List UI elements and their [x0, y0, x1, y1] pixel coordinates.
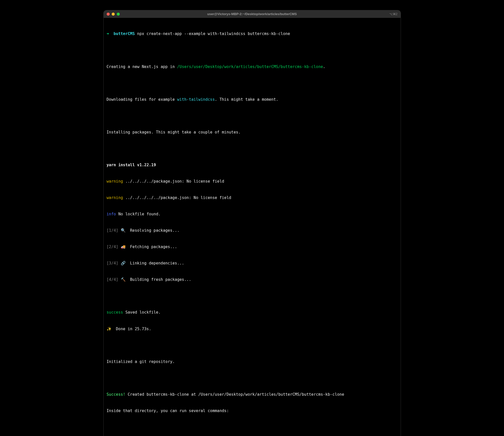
step-text: Resolving packages...	[130, 228, 180, 233]
traffic-lights	[107, 13, 120, 16]
sparkles-icon: ✨	[107, 326, 111, 332]
maximize-button[interactable]	[117, 13, 120, 16]
step-line: [3/4] 🔗 Linking dependencies...	[107, 261, 398, 266]
output-line: Installing packages. This might take a c…	[107, 130, 398, 135]
output-line: Downloading files for example with-tailw…	[107, 97, 398, 103]
window-title: user@Victorys-MBP-2:~/Desktop/work/artic…	[104, 12, 401, 16]
window-shortcut: ⌥⌘2	[389, 12, 398, 16]
titlebar[interactable]: user@Victorys-MBP-2:~/Desktop/work/artic…	[104, 10, 401, 18]
blank-line	[107, 425, 398, 430]
prompt-line: ➜ butterCMS npx create-next-app --exampl…	[107, 31, 398, 37]
step-prefix: [1/4]	[107, 228, 118, 233]
step-line: [1/4] 🔍 Resolving packages...	[107, 228, 398, 233]
info-label: info	[107, 212, 116, 216]
prompt-dir: butterCMS	[114, 31, 135, 36]
output-text: .	[323, 64, 325, 69]
done-text: Done in 25.73s.	[116, 327, 151, 331]
info-line: info No lockfile found.	[107, 212, 398, 217]
output-text: Creating a new Next.js app in	[107, 64, 177, 69]
success-label: Success!	[107, 392, 126, 397]
output-line: Initialized a git repository.	[107, 359, 398, 365]
step-text: Building fresh packages...	[130, 277, 191, 282]
blank-line	[107, 343, 398, 348]
output-example: with-tailwindcss	[177, 97, 215, 102]
warning-text: ../../../../package.json: No license fie…	[125, 179, 224, 184]
warning-line: warning ../../../../package.json: No lic…	[107, 179, 398, 184]
step-prefix: [4/4]	[107, 277, 118, 282]
output-line: Creating a new Next.js app in /Users/use…	[107, 64, 398, 70]
success-line: success Saved lockfile.	[107, 310, 398, 315]
hammer-icon: 🔨	[121, 277, 126, 283]
link-icon: 🔗	[121, 261, 126, 266]
success-text: Saved lockfile.	[125, 310, 161, 315]
prompt-arrow-icon: ➜	[107, 31, 109, 36]
output-text: . This might take a moment.	[215, 97, 278, 102]
blank-line	[107, 293, 398, 299]
output-path: /Users/user/Desktop/work/articles/butter…	[177, 64, 323, 69]
blank-line	[107, 48, 398, 53]
warning-text: ../../../../../package.json: No license …	[125, 195, 231, 200]
success-label: success	[107, 310, 123, 315]
success-line: Success! Created buttercms-kb-clone at /…	[107, 392, 398, 397]
warning-label: warning	[107, 179, 123, 184]
yarn-install-line: yarn install v1.22.19	[107, 162, 398, 168]
done-line: ✨ Done in 25.73s.	[107, 326, 398, 332]
step-prefix: [3/4]	[107, 261, 118, 265]
step-text: Fetching packages...	[130, 245, 177, 249]
magnifier-icon: 🔍	[121, 228, 126, 233]
step-line: [4/4] 🔨 Building fresh packages...	[107, 277, 398, 283]
minimize-button[interactable]	[112, 13, 115, 16]
success-text: Created buttercms-kb-clone at /Users/use…	[125, 392, 344, 397]
terminal-window: user@Victorys-MBP-2:~/Desktop/work/artic…	[103, 10, 401, 436]
truck-icon: 🚚	[121, 244, 126, 250]
warning-line: warning ../../../../../package.json: No …	[107, 195, 398, 201]
step-line: [2/4] 🚚 Fetching packages...	[107, 244, 398, 250]
warning-label: warning	[107, 195, 123, 200]
output-text: Downloading files for example	[107, 97, 177, 102]
blank-line	[107, 81, 398, 86]
command-text: npx create-next-app --example with-tailw…	[137, 31, 290, 36]
output-line: Inside that directory, you can run sever…	[107, 408, 398, 414]
step-prefix: [2/4]	[107, 245, 118, 249]
close-button[interactable]	[107, 13, 110, 16]
blank-line	[107, 113, 398, 119]
info-text: No lockfile found.	[118, 212, 161, 216]
terminal-body[interactable]: ➜ butterCMS npx create-next-app --exampl…	[104, 18, 401, 436]
step-text: Linking dependencies...	[130, 261, 184, 265]
blank-line	[107, 376, 398, 381]
blank-line	[107, 146, 398, 152]
